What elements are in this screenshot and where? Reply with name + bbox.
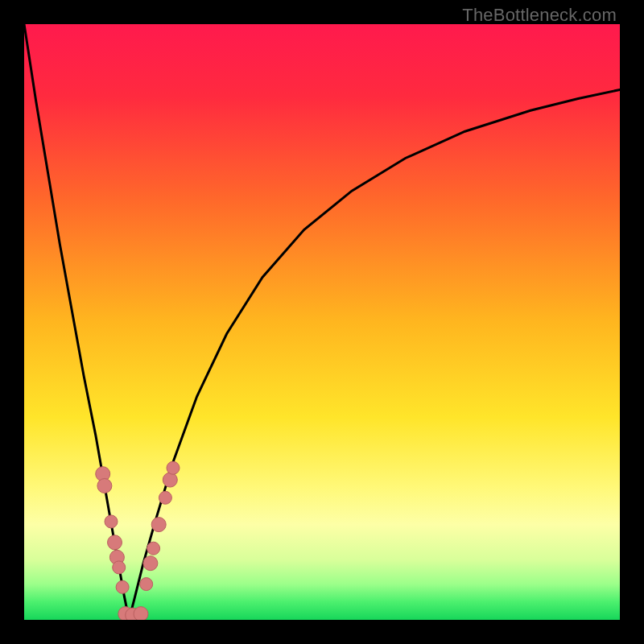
- curve-left-branch: [24, 24, 129, 620]
- data-marker: [147, 542, 160, 555]
- data-marker: [159, 491, 171, 504]
- data-marker: [97, 479, 112, 493]
- data-marker: [167, 461, 180, 474]
- data-marker: [134, 607, 148, 620]
- plot-area: [24, 24, 620, 620]
- data-marker: [151, 518, 166, 532]
- data-marker: [113, 561, 126, 574]
- data-marker: [140, 578, 153, 591]
- outer-frame: TheBottleneck.com: [0, 0, 644, 644]
- chart-svg: [24, 24, 620, 620]
- data-markers: [96, 461, 180, 620]
- curve-right-branch: [129, 89, 620, 620]
- data-marker: [108, 535, 122, 550]
- data-marker: [116, 580, 129, 593]
- data-marker: [105, 515, 118, 528]
- watermark-label: TheBottleneck.com: [462, 5, 617, 26]
- data-marker: [143, 556, 158, 571]
- data-marker: [163, 473, 177, 487]
